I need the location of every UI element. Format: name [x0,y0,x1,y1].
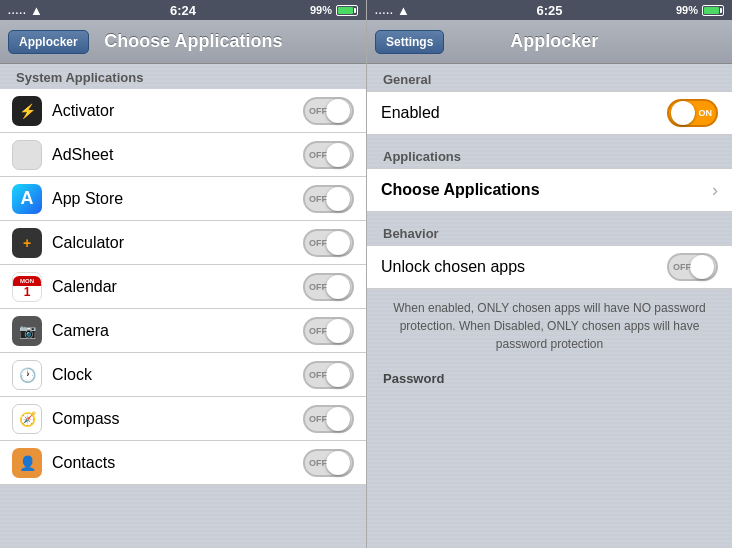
toggle-unlock[interactable] [667,253,718,281]
app-name-contacts: Contacts [52,454,293,472]
left-status-right: 99% [310,4,358,16]
toggle-activator[interactable] [303,97,354,125]
list-item[interactable]: 🕐 Clock [0,353,366,397]
left-battery-pct: 99% [310,4,332,16]
info-text: When enabled, ONLY chosen apps will have… [367,289,732,363]
password-header: Password [367,363,732,390]
choose-apps-label: Choose Applications [381,181,712,199]
activator-icon: ⚡ [12,96,42,126]
right-content: General Enabled Applications Choose Appl… [367,64,732,548]
calendar-icon: MON 1 [12,272,42,302]
list-item[interactable]: 👤 Contacts [0,441,366,485]
right-wifi-icon: ▲ [397,3,410,18]
behavior-header: Behavior [367,218,732,245]
toggle-adsheet[interactable] [303,141,354,169]
right-nav-title: Applocker [384,31,724,52]
toggle-contacts[interactable] [303,449,354,477]
appstore-icon: A [12,184,42,214]
list-item[interactable]: + Calculator [0,221,366,265]
enabled-label: Enabled [381,104,667,122]
toggle-calculator[interactable] [303,229,354,257]
right-status-signal: ..... ▲ [375,3,410,18]
app-name-activator: Activator [52,102,293,120]
app-name-adsheet: AdSheet [52,146,293,164]
list-item[interactable]: ⚡ Activator [0,89,366,133]
applications-header: Applications [367,141,732,168]
right-status-right: 99% [676,4,724,16]
toggle-clock[interactable] [303,361,354,389]
toggle-enabled[interactable] [667,99,718,127]
left-wifi-icon: ▲ [30,3,43,18]
list-item[interactable]: 📷 Camera [0,309,366,353]
list-item[interactable]: 🧭 Compass [0,397,366,441]
toggle-calendar[interactable] [303,273,354,301]
app-name-compass: Compass [52,410,293,428]
app-name-calendar: Calendar [52,278,293,296]
right-battery-icon [702,5,724,16]
list-item[interactable]: MON 1 Calendar [0,265,366,309]
clock-icon: 🕐 [12,360,42,390]
app-name-clock: Clock [52,366,293,384]
choose-apps-chevron: › [712,180,718,201]
app-name-camera: Camera [52,322,293,340]
toggle-compass[interactable] [303,405,354,433]
left-battery-icon [336,5,358,16]
list-item[interactable]: A App Store [0,177,366,221]
choose-apps-row[interactable]: Choose Applications › [367,168,732,212]
left-nav-title: Choose Applications [29,31,358,52]
unlock-row[interactable]: Unlock chosen apps [367,245,732,289]
adsheet-icon [12,140,42,170]
right-navbar: Settings Applocker [367,20,732,64]
right-panel: ..... ▲ 6:25 99% Settings Applocker Gene… [366,0,732,548]
general-header: General [367,64,732,91]
camera-icon: 📷 [12,316,42,346]
enabled-row[interactable]: Enabled [367,91,732,135]
system-apps-header: System Applications [0,64,366,89]
left-status-time: 6:24 [170,3,196,18]
app-list: ⚡ Activator AdSheet A App Store + Calcul… [0,89,366,548]
app-name-calculator: Calculator [52,234,293,252]
list-item[interactable]: AdSheet [0,133,366,177]
app-name-appstore: App Store [52,190,293,208]
toggle-appstore[interactable] [303,185,354,213]
calculator-icon: + [12,228,42,258]
left-panel: ..... ▲ 6:24 99% Applocker Choose Applic… [0,0,366,548]
right-status-time: 6:25 [536,3,562,18]
compass-icon: 🧭 [12,404,42,434]
left-navbar: Applocker Choose Applications [0,20,366,64]
unlock-label: Unlock chosen apps [381,258,667,276]
contacts-icon: 👤 [12,448,42,478]
right-battery-pct: 99% [676,4,698,16]
left-status-signal: ..... ▲ [8,3,43,18]
toggle-camera[interactable] [303,317,354,345]
